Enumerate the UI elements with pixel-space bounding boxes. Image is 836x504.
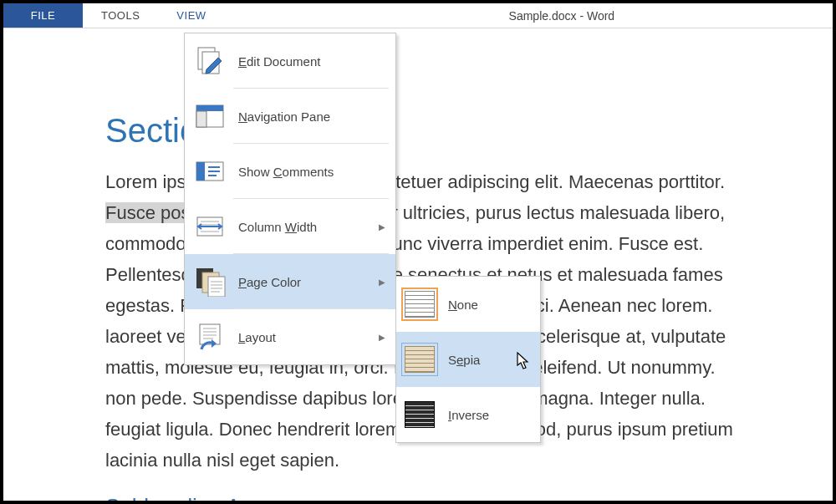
submenu-arrow-icon: ▶ [379, 222, 385, 232]
menubar: FILE TOOLS VIEW Sample.docx - Word [3, 3, 833, 28]
submenu-item-none[interactable]: None [396, 277, 540, 332]
subheading-a: Subheading A [105, 494, 833, 501]
menu-label: Show Comments [238, 165, 385, 179]
submenu-item-inverse[interactable]: Inverse [396, 387, 540, 442]
column-width-icon [193, 210, 227, 243]
submenu-label: Inverse [448, 408, 489, 422]
svg-rect-6 [196, 162, 205, 181]
submenu-label: None [448, 298, 478, 312]
svg-rect-3 [196, 105, 223, 111]
layout-icon [193, 320, 227, 354]
menu-label: Navigation Pane [238, 109, 385, 124]
menu-item-navigation-pane[interactable]: Navigation Pane [185, 89, 395, 144]
page-color-submenu: None Sepia Inverse [395, 276, 541, 443]
svg-rect-4 [196, 111, 206, 127]
submenu-arrow-icon: ▶ [379, 277, 385, 287]
swatch-sepia-icon [405, 346, 435, 373]
menu-item-edit-document[interactable]: Edit Document [185, 33, 395, 89]
menu-item-page-color[interactable]: Page Color ▶ [185, 254, 395, 309]
show-comments-icon [193, 155, 227, 188]
menu-label: Layout [238, 330, 379, 344]
submenu-item-sepia[interactable]: Sepia [396, 332, 540, 387]
menu-label: Column Width [238, 220, 379, 234]
submenu-label: Sepia [448, 353, 480, 367]
navigation-pane-icon [193, 99, 227, 133]
edit-document-icon [193, 44, 227, 78]
menu-label: Edit Document [238, 54, 385, 69]
tools-tab[interactable]: TOOLS [83, 3, 158, 28]
menu-label: Page Color [238, 275, 379, 289]
submenu-arrow-icon: ▶ [379, 333, 385, 342]
window-title: Sample.docx - Word [225, 3, 833, 28]
menu-item-column-width[interactable]: Column Width ▶ [185, 199, 395, 254]
svg-rect-16 [208, 277, 225, 297]
swatch-inverse-icon [405, 401, 435, 428]
view-tab[interactable]: VIEW [158, 3, 224, 28]
swatch-none-icon [405, 291, 435, 318]
menu-item-show-comments[interactable]: Show Comments [185, 144, 395, 199]
menu-item-layout[interactable]: Layout ▶ [185, 309, 395, 364]
file-tab[interactable]: FILE [3, 3, 83, 28]
view-menu: Edit Document Navigation Pane [184, 33, 396, 365]
page-color-icon [193, 265, 227, 298]
